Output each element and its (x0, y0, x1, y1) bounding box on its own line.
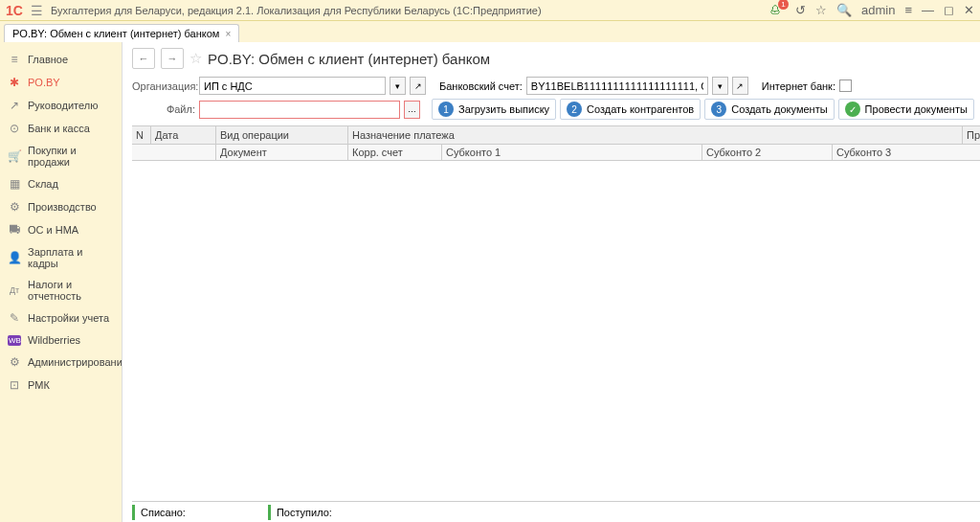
tab-label: PO.BY: Обмен с клиент (интернет) банком (12, 28, 219, 39)
chart-icon: ↗ (8, 99, 21, 112)
person-icon: 👤 (8, 251, 21, 264)
check-badge: ✓ (845, 102, 860, 117)
grid-header-row1: N Дата Вид операции Назначение платежа П… (132, 125, 980, 145)
sidebar-item-label: Зарплата и кадры (28, 246, 114, 269)
org-open-button[interactable]: ↗ (410, 77, 426, 95)
user-label[interactable]: admin (861, 3, 895, 17)
sidebar-item-settings[interactable]: ✎Настройки учета (0, 306, 122, 329)
tabbar: PO.BY: Обмен с клиент (интернет) банком … (0, 21, 980, 42)
back-button[interactable]: ← (132, 48, 155, 69)
create-counterparties-button[interactable]: 2Создать контрагентов (560, 99, 701, 120)
sidebar-item-poby[interactable]: ✱PO.BY (0, 71, 122, 94)
history-icon[interactable]: ↺ (795, 3, 806, 17)
sidebar-item-label: Руководителю (28, 100, 98, 111)
page-title: PO.BY: Обмен с клиент (интернет) банком (208, 51, 980, 67)
footer: Списано: Поступило: (132, 501, 980, 520)
step-2-badge: 2 (567, 102, 582, 117)
sidebar-item-sales[interactable]: 🛒Покупки и продажи (0, 140, 122, 172)
internet-bank-checkbox[interactable] (839, 79, 852, 92)
col-spacer (132, 145, 216, 160)
square-icon: ⊡ (8, 378, 21, 392)
load-statement-button[interactable]: 1Загрузить выписку (432, 99, 556, 120)
file-browse-button[interactable]: … (404, 101, 420, 119)
col-korr[interactable]: Корр. счет (348, 145, 442, 160)
bank-account-input[interactable] (526, 77, 708, 95)
col-income[interactable]: Приход (963, 126, 980, 144)
sidebar-item-admin[interactable]: ⚙Администрирование (0, 351, 122, 374)
button-label: Загрузить выписку (458, 103, 549, 115)
sidebar-item-label: Администрирование (28, 356, 128, 368)
cart-icon: 🛒 (8, 149, 21, 163)
col-document[interactable]: Документ (216, 145, 348, 160)
sidebar-item-salary[interactable]: 👤Зарплата и кадры (0, 241, 122, 274)
step-1-badge: 1 (438, 102, 454, 117)
sidebar-item-label: Главное (28, 54, 68, 65)
sidebar-item-label: Налоги и отчетность (28, 279, 114, 302)
favorite-icon[interactable]: ☆ (189, 50, 202, 67)
footer-written-off: Списано: (132, 505, 191, 520)
col-sub3[interactable]: Субконто 3 (833, 145, 980, 160)
grid-body[interactable] (132, 161, 980, 501)
coin-icon: ⊙ (8, 122, 21, 135)
footer-received: Поступило: (268, 505, 338, 520)
notifications-button[interactable]: 🕭 1 (768, 2, 786, 19)
tab-poby-exchange[interactable]: PO.BY: Обмен с клиент (интернет) банком … (4, 24, 239, 42)
sidebar-item-assets[interactable]: ⛟ОС и НМА (0, 218, 122, 241)
sidebar-item-label: ОС и НМА (28, 224, 78, 236)
minimize-icon[interactable]: — (922, 3, 934, 17)
sidebar-item-manager[interactable]: ↗Руководителю (0, 94, 122, 117)
sidebar-item-label: Настройки учета (28, 312, 109, 324)
forward-button[interactable]: → (161, 48, 184, 69)
sidebar-item-label: Склад (28, 178, 58, 190)
sidebar-item-wildberries[interactable]: WBWildberries (0, 329, 122, 351)
sidebar-item-rmk[interactable]: ⊡РМК (0, 374, 122, 397)
app-logo: 1C (6, 3, 23, 18)
sidebar-item-production[interactable]: ⚙Производство (0, 195, 122, 218)
sidebar-item-taxes[interactable]: ДтНалоги и отчетность (0, 274, 122, 306)
star-icon: ✱ (8, 76, 21, 89)
window-title: Бухгалтерия для Беларуси, редакция 2.1. … (51, 5, 761, 16)
create-documents-button[interactable]: 3Создать документы (704, 99, 834, 120)
bank-open-button[interactable]: ↗ (732, 77, 748, 95)
close-window-icon[interactable]: ✕ (964, 3, 974, 17)
sidebar-item-warehouse[interactable]: ▦Склад (0, 172, 122, 195)
org-dropdown-button[interactable]: ▾ (390, 77, 406, 95)
sidebar-item-label: Производство (28, 201, 97, 213)
search-icon[interactable]: 🔍 (836, 3, 852, 17)
org-label: Организация: (132, 80, 195, 92)
col-n[interactable]: N (132, 126, 151, 144)
col-date[interactable]: Дата (151, 126, 216, 144)
maximize-icon[interactable]: ◻ (944, 3, 954, 17)
star-icon[interactable]: ☆ (815, 3, 827, 17)
tab-close-icon[interactable]: × (225, 29, 231, 39)
sidebar-item-label: РМК (28, 379, 50, 391)
internet-bank-label: Интернет банк: (762, 80, 835, 92)
sidebar: ≡Главное ✱PO.BY ↗Руководителю ⊙Банк и ка… (0, 42, 122, 522)
post-documents-button[interactable]: ✓Провести документы (838, 99, 974, 120)
file-input[interactable] (199, 101, 400, 119)
sidebar-item-label: Покупки и продажи (28, 145, 114, 168)
settings-icon[interactable]: ≡ (904, 3, 912, 17)
button-label: Создать документы (731, 103, 827, 115)
col-purpose[interactable]: Назначение платежа (348, 126, 963, 144)
notification-count: 1 (778, 0, 789, 10)
debit-icon: Дт (8, 285, 21, 295)
col-sub2[interactable]: Субконто 2 (702, 145, 833, 160)
file-label: Файл: (132, 103, 195, 115)
sidebar-item-label: PO.BY (28, 77, 60, 88)
sidebar-item-bank[interactable]: ⊙Банк и касса (0, 117, 122, 140)
menu-icon[interactable]: ☰ (31, 3, 43, 18)
button-label: Создать контрагентов (587, 103, 694, 115)
gear-icon: ⚙ (8, 355, 21, 369)
wb-icon: WB (8, 335, 21, 346)
list-icon: ≡ (8, 53, 21, 66)
sidebar-item-label: Банк и касса (28, 123, 90, 134)
titlebar: 1C ☰ Бухгалтерия для Беларуси, редакция … (0, 0, 980, 21)
col-operation[interactable]: Вид операции (216, 126, 348, 144)
sidebar-item-main[interactable]: ≡Главное (0, 48, 122, 71)
step-3-badge: 3 (711, 102, 726, 117)
bank-dropdown-button[interactable]: ▾ (712, 77, 728, 95)
org-input[interactable] (199, 77, 386, 95)
col-sub1[interactable]: Субконто 1 (442, 145, 702, 160)
bank-label: Банковский счет: (439, 80, 523, 92)
